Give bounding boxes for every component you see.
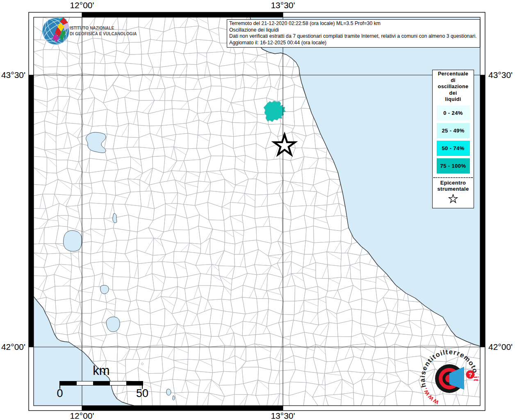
lon-label-top-west: 12°00' [70,0,94,10]
legend-star-icon [448,194,458,203]
legend-title: Percentuale di oscillazione dei liquidi [433,71,474,103]
info-line-event: Terremoto del 21-12-2020 02:22:58 (ora l… [229,21,478,27]
info-line-map-type: Oscillazione dei liquidi [229,27,478,34]
legend: Percentuale di oscillazione dei liquidi … [432,70,474,208]
legend-bin-25-49: 25 - 49% [437,123,470,138]
lat-label-left-north: 43°30' [0,70,25,80]
scale-bar-start-label: 0 [57,387,63,400]
scale-bar-unit: km [93,363,109,378]
legend-bin-75-100: 75 - 100% [437,158,470,173]
info-line-updated: Aggiornato il: 16-12-2025 00:44 (ora loc… [229,40,478,46]
lat-label-right-north: 43°30' [488,70,513,80]
lat-label-right-south: 42°00' [488,342,513,352]
map-canvas: ? www.haisentitoilterremoto.it [0,0,515,420]
ingv-wordmark-line2: DI GEOFISICA E VULCANOLOGIA [70,31,137,37]
earthquake-info-box: Terremoto del 21-12-2020 02:22:58 (ora l… [227,19,480,48]
lon-label-bottom-east: 13°30' [271,411,295,420]
felt-report-map-page: ? www.haisentitoilterremoto.it 12°00' 13… [0,0,515,420]
ingv-wordmark: ISTITUTO NAZIONALE DI GEOFISICA E VULCAN… [70,25,137,37]
legend-epicenter-label: Epicentro strumentale [433,180,474,192]
lat-label-left-south: 42°00' [0,342,25,352]
scale-bar-end-label: 50 [136,387,148,400]
legend-bin-50-74: 50 - 74% [437,141,470,156]
info-line-source: Dati non verificati estratti da 7 questi… [229,33,478,40]
ingv-wordmark-line1: ISTITUTO NAZIONALE [70,25,137,31]
scale-bar [60,381,143,386]
legend-bin-0-24: 0 - 24% [437,105,470,121]
lon-label-bottom-west: 12°00' [70,411,94,420]
legend-divider [433,177,473,178]
svg-text:?: ? [468,371,472,378]
lon-label-top-east: 13°30' [271,0,295,10]
